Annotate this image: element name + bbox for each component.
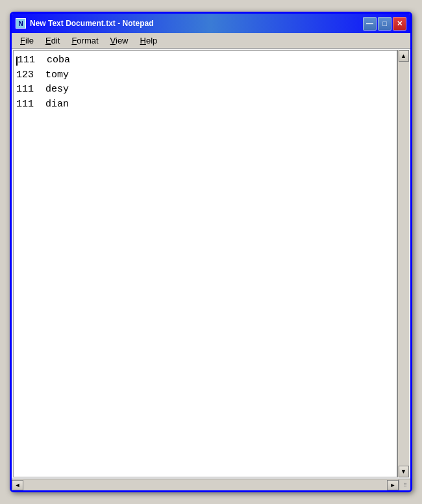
menu-format[interactable]: Format <box>66 34 104 47</box>
scroll-track-v[interactable] <box>399 62 409 466</box>
scroll-right-button[interactable]: ► <box>387 480 399 490</box>
menu-view[interactable]: View <box>105 34 134 47</box>
scroll-down-button[interactable]: ▼ <box>399 466 409 477</box>
menu-bar: File Edit Format View Help <box>12 33 410 49</box>
scrollbar-corner: ⠿ <box>399 479 410 491</box>
minimize-button[interactable]: — <box>363 17 377 31</box>
menu-file[interactable]: File <box>14 34 40 47</box>
bottom-bar: ◄ ► ⠿ <box>12 479 410 490</box>
scroll-up-button[interactable]: ▲ <box>399 50 409 62</box>
text-editor[interactable]: 111 coba 123 tomy 111 desy 111 dian <box>13 50 397 477</box>
app-icon-letter: N <box>18 20 23 27</box>
content-area: 111 coba 123 tomy 111 desy 111 dian ▲ ▼ <box>12 49 410 479</box>
title-bar-left: N New Text Document.txt - Notepad <box>16 18 153 29</box>
maximize-button[interactable]: □ <box>378 17 391 31</box>
window-title: New Text Document.txt - Notepad <box>30 19 153 28</box>
close-button[interactable]: ✕ <box>393 17 406 31</box>
vertical-scrollbar: ▲ ▼ <box>397 50 409 477</box>
menu-edit[interactable]: Edit <box>40 34 66 47</box>
text-content: 111 coba 123 tomy 111 desy 111 dian <box>14 51 397 114</box>
app-icon: N <box>16 18 26 29</box>
notepad-window: N New Text Document.txt - Notepad — □ ✕ … <box>10 12 412 492</box>
window-controls: — □ ✕ <box>363 17 406 31</box>
menu-help[interactable]: Help <box>134 34 164 47</box>
scroll-left-button[interactable]: ◄ <box>12 480 23 490</box>
text-cursor <box>16 57 18 66</box>
scroll-track-h[interactable] <box>23 480 387 490</box>
title-bar: N New Text Document.txt - Notepad — □ ✕ <box>12 14 410 33</box>
horizontal-scrollbar: ◄ ► <box>12 479 399 490</box>
